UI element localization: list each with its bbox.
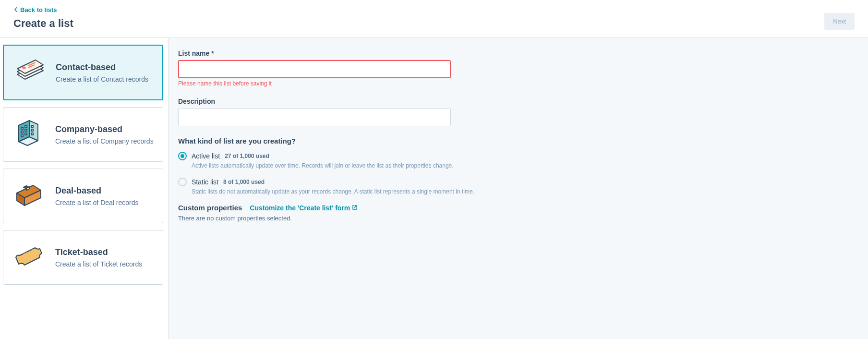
- svg-rect-9: [31, 125, 33, 127]
- card-ticket-based[interactable]: Ticket-based Create a list of Ticket rec…: [3, 230, 163, 285]
- list-type-sidebar: Contact-based Create a list of Contact r…: [0, 38, 168, 339]
- svg-point-0: [22, 67, 26, 69]
- static-list-radio[interactable]: [178, 178, 187, 186]
- card-title: Deal-based: [55, 186, 154, 196]
- active-list-radio[interactable]: [178, 152, 187, 160]
- description-input[interactable]: [178, 108, 451, 126]
- svg-rect-7: [21, 135, 23, 137]
- external-link-icon: [352, 204, 358, 212]
- customize-form-link[interactable]: Customize the 'Create list' form: [250, 204, 358, 212]
- svg-rect-4: [25, 125, 27, 127]
- back-link-label: Back to lists: [20, 6, 57, 13]
- card-desc: Create a list of Company records: [55, 137, 154, 145]
- card-company-based[interactable]: Company-based Create a list of Company r…: [3, 107, 163, 162]
- svg-rect-6: [25, 129, 27, 131]
- briefcase-icon: [12, 179, 47, 213]
- list-kind-heading: What kind of list are you creating?: [178, 137, 858, 145]
- back-to-lists-link[interactable]: Back to lists: [13, 6, 57, 13]
- form-panel: List name * Please name this list before…: [168, 38, 868, 339]
- description-label: Description: [178, 97, 858, 105]
- static-list-desc: Static lists do not automatically update…: [192, 188, 858, 195]
- next-button[interactable]: Next: [824, 13, 855, 30]
- svg-rect-11: [31, 133, 33, 135]
- card-desc: Create a list of Deal records: [55, 199, 154, 206]
- chevron-left-icon: [13, 6, 18, 13]
- card-title: Company-based: [55, 124, 154, 134]
- card-title: Ticket-based: [55, 247, 154, 257]
- card-title: Contact-based: [56, 62, 154, 73]
- svg-rect-10: [31, 129, 33, 131]
- active-list-label: Active list: [192, 152, 220, 160]
- page-header: Back to lists Create a list Next: [0, 0, 868, 38]
- contact-cards-icon: [12, 55, 47, 90]
- static-list-label: Static list: [192, 178, 218, 186]
- ticket-icon: [12, 240, 47, 275]
- card-desc: Create a list of Contact records: [56, 75, 154, 83]
- custom-properties-label: Custom properties: [178, 204, 242, 212]
- svg-rect-8: [25, 133, 27, 135]
- buildings-icon: [12, 117, 47, 152]
- card-deal-based[interactable]: Deal-based Create a list of Deal records: [3, 169, 163, 223]
- svg-rect-3: [21, 127, 23, 129]
- active-list-usage: 27 of 1,000 used: [225, 153, 269, 159]
- list-name-label: List name *: [178, 49, 858, 57]
- custom-properties-empty: There are no custom properties selected.: [178, 215, 858, 222]
- page-title: Create a list: [13, 17, 73, 30]
- list-name-input[interactable]: [178, 60, 451, 78]
- customize-link-text: Customize the 'Create list' form: [250, 204, 350, 212]
- card-contact-based[interactable]: Contact-based Create a list of Contact r…: [3, 45, 163, 100]
- active-list-desc: Active lists automatically update over t…: [192, 162, 858, 169]
- list-name-error: Please name this list before saving it: [178, 80, 858, 87]
- card-desc: Create a list of Ticket records: [55, 260, 154, 268]
- svg-rect-5: [21, 131, 23, 133]
- static-list-usage: 8 of 1,000 used: [223, 179, 265, 185]
